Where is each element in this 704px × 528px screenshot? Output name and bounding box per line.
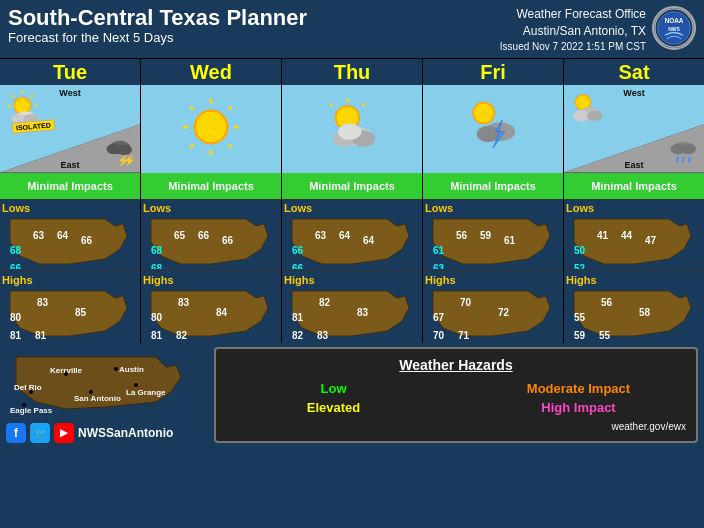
lows-map: 6863646666 — [2, 214, 138, 269]
lows-label: Lows — [284, 202, 420, 214]
hazards-grid: Low Moderate Impact Elevated High Impact — [226, 381, 686, 415]
facebook-icon[interactable]: f — [6, 423, 26, 443]
city-dot-lagrange — [134, 383, 138, 387]
highs-label: Highs — [143, 274, 279, 286]
icon-area-thu — [282, 85, 422, 173]
temp-map: 808381828483 — [143, 286, 279, 341]
svg-point-45 — [681, 143, 696, 154]
city-label-sanantonio: San Antonio — [74, 394, 121, 403]
temp-map: 808381818583 — [2, 286, 138, 341]
city-label-lagrange: La Grange — [126, 388, 166, 397]
website-label: weather.gov/ewx — [612, 421, 687, 432]
nws-logo: NOAA NWS — [652, 6, 696, 50]
svg-line-9 — [12, 94, 15, 97]
temp-value: 83 — [37, 297, 49, 308]
temp-map: 6865666668 — [143, 214, 279, 269]
lows-label: Lows — [566, 202, 702, 214]
day-col-thu: Thu Minimal ImpactsLows 6663646466Highs … — [282, 59, 422, 343]
icon-area-fri — [423, 85, 563, 173]
svg-line-25 — [229, 106, 233, 110]
lows-label: Lows — [2, 202, 138, 214]
west-label: West — [59, 88, 80, 98]
hazard-high: High Impact — [471, 400, 686, 415]
day-col-tue: TueWestEast ⚡ ⚡ ISOLATEDMinimal ImpactsL… — [0, 59, 140, 343]
temp-value: 66 — [222, 235, 234, 246]
svg-text:NOAA: NOAA — [665, 17, 684, 24]
highs-map: 808381828483 — [143, 286, 279, 341]
twitter-icon[interactable]: 🐦 — [30, 423, 50, 443]
footer-left: Austin Kerrville La Grange Del Rio San A… — [6, 347, 206, 443]
temp-value: 66 — [10, 263, 22, 269]
header: South-Central Texas Planner Forecast for… — [0, 0, 704, 58]
svg-text:⚡: ⚡ — [123, 154, 137, 167]
svg-line-31 — [363, 103, 365, 105]
social-handle: NWSSanAntonio — [78, 426, 173, 440]
temp-value: 85 — [75, 307, 87, 318]
city-dot-austin — [114, 367, 118, 371]
lows-map: 6156596163 — [425, 214, 561, 269]
temp-value: 50 — [574, 245, 586, 256]
lows-map: 5041444752 — [566, 214, 702, 269]
lows-map: 6865666668 — [143, 214, 279, 269]
icon-area-wed — [141, 85, 281, 173]
icon-fri — [465, 99, 521, 159]
temp-value: 65 — [174, 230, 186, 241]
east-label: East — [60, 160, 79, 170]
temp-value: 52 — [574, 263, 586, 269]
temp-value: 68 — [151, 263, 163, 269]
day-col-sat: SatWestEast Minimal ImpactsLows 50414447… — [564, 59, 704, 343]
temp-map: 6663646466 — [284, 214, 420, 269]
impacts-sat: Minimal Impacts — [564, 173, 704, 199]
hazards-title: Weather Hazards — [399, 357, 512, 373]
temp-value: 61 — [433, 245, 445, 256]
day-header-wed: Wed — [141, 59, 281, 85]
lows-section-tue: Lows 6863646666 — [0, 200, 140, 269]
svg-line-10 — [31, 94, 33, 97]
temp-value: 63 — [433, 263, 445, 269]
temp-value: 80 — [10, 312, 22, 323]
day-header-thu: Thu — [282, 59, 422, 85]
svg-point-19 — [195, 110, 228, 143]
svg-line-26 — [190, 144, 194, 148]
header-right: Weather Forecast Office Austin/San Anton… — [500, 6, 696, 54]
impacts-thu: Minimal Impacts — [282, 173, 422, 199]
temp-value: 81 — [10, 330, 22, 341]
wfo-text: Weather Forecast Office Austin/San Anton… — [500, 6, 646, 54]
svg-point-36 — [473, 102, 494, 123]
temp-value: 47 — [645, 235, 657, 246]
svg-line-30 — [330, 103, 332, 105]
temp-value: 70 — [460, 297, 472, 308]
highs-map: 808381818583 — [2, 286, 138, 341]
impacts-fri: Minimal Impacts — [423, 173, 563, 199]
svg-text:NWS: NWS — [668, 26, 680, 32]
temp-value: 82 — [176, 330, 188, 341]
temp-map: 5041444752 — [566, 214, 702, 269]
temp-value: 55 — [574, 312, 586, 323]
temp-value: 82 — [292, 330, 304, 341]
temp-value: 82 — [319, 297, 331, 308]
city-label-kerrville: Kerrville — [50, 366, 83, 375]
svg-line-24 — [190, 106, 194, 110]
city-label-austin: Austin — [119, 365, 144, 374]
temp-value: 63 — [33, 230, 45, 241]
temp-value: 44 — [621, 230, 633, 241]
day-header-tue: Tue — [0, 59, 140, 85]
temp-value: 59 — [480, 230, 492, 241]
temp-map: 6863646666 — [2, 214, 138, 269]
youtube-icon[interactable]: ▶ — [54, 423, 74, 443]
west-icon-sat — [568, 89, 608, 133]
icon-area-tue: WestEast ⚡ ⚡ ISOLATED — [0, 85, 140, 173]
issued-time: Issued Nov 7 2022 1:51 PM CST — [500, 40, 646, 54]
highs-section-sat: Highs 555659555859 — [564, 272, 704, 343]
city-label-eaglepass: Eagle Pass — [10, 406, 53, 415]
day-col-wed: Wed Minimal ImpactsLows 6865666668Highs … — [141, 59, 281, 343]
highs-map: 677070717271 — [425, 286, 561, 341]
day-header-sat: Sat — [564, 59, 704, 85]
temp-value: 83 — [357, 307, 369, 318]
temp-value: 81 — [292, 312, 304, 323]
temp-value: 81 — [151, 330, 163, 341]
temp-value: 56 — [601, 297, 613, 308]
impacts-wed: Minimal Impacts — [141, 173, 281, 199]
temp-value: 80 — [151, 312, 163, 323]
highs-map: 818282838384 — [284, 286, 420, 341]
